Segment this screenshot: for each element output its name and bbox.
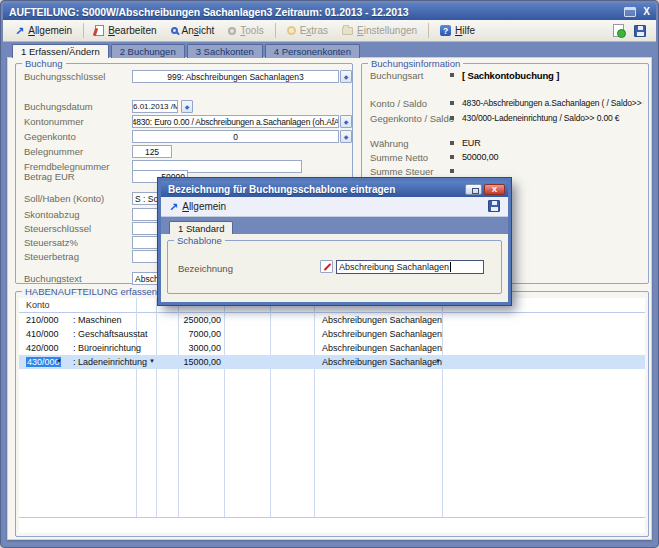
kontonummer-combo[interactable]: 4830: Euro 0.00 / Abschreibungen a.Sacha… (132, 115, 339, 128)
close-icon[interactable]: X (484, 184, 505, 195)
cell-buchungstext: Abschreibungen Sachanlagen (322, 315, 442, 325)
restore-icon[interactable] (624, 7, 636, 17)
bullet-icon (450, 141, 454, 145)
tab-personenkonten[interactable]: 4 Personenkonten (265, 44, 360, 58)
table-row[interactable]: 410/000 : Geschäftsausstat 7000,00 Absch… (19, 327, 645, 341)
window-titlebar: AUFTEILUNG: S000W/Abschreibungen Sachanl… (3, 3, 656, 20)
dialog-title: Bezeichnung für Buchungsschablone eintra… (168, 184, 395, 195)
dropdown-arrow-icon[interactable]: ▼ (435, 358, 441, 364)
combo-open-icon[interactable]: ◆ (340, 115, 352, 128)
tab-erfassen-aendern[interactable]: 1 Erfassen/Ändern (12, 44, 109, 58)
konto-saldo-value: 4830-Abschreibungen a.Sachanlagen ( / Sa… (462, 98, 644, 108)
betrag-label: Betrag EUR (24, 171, 75, 182)
window-controls: X (624, 7, 650, 17)
summe-steuer-label: Summe Steuer (370, 166, 433, 177)
tab-sachkonten[interactable]: 3 Sachkonten (187, 44, 263, 58)
menu-item-hilfe[interactable]: Hilfe (434, 23, 481, 38)
steuerschluessel-label: Steuerschlüssel (24, 223, 91, 234)
app-window: AUFTEILUNG: S000W/Abschreibungen Sachanl… (0, 0, 659, 548)
menu-item-bearbeiten[interactable]: Bearbeiten (89, 23, 162, 38)
summe-netto-value: 50000,00 (462, 152, 644, 162)
extras-icon (287, 26, 296, 35)
dialog-menubar: ↗ Allgemein (161, 197, 508, 217)
menu-item-ansicht[interactable]: Ansicht (165, 23, 221, 38)
document-check-icon[interactable] (613, 24, 624, 37)
menu-item-einstellungen: Einstellungen (336, 23, 423, 38)
dialog-content: Schablone Bezeichnung Abschreibung Sacha… (161, 234, 508, 302)
bezeichnung-input[interactable]: Abschreibung Sachanlagen (336, 260, 484, 274)
menubar: ↗ Allgemein Bearbeiten Ansicht Tools Ext… (3, 20, 656, 42)
dropdown-arrow-icon[interactable]: ▼ (149, 358, 155, 364)
menu-label: Bearbeiten (108, 25, 156, 36)
dropdown-arrow-icon[interactable]: ▼ (56, 358, 62, 364)
dialog-menu-allgemein[interactable]: ↗ Allgemein (169, 201, 226, 212)
summe-netto-label: Summe Netto (370, 152, 428, 163)
magnifier-icon (171, 27, 178, 34)
group-buchungsinformation-label: Buchungsinformation (368, 58, 463, 69)
waehrung-value: EUR (462, 138, 644, 148)
cell-name: : Ladeneinrichtung (73, 357, 147, 367)
table-bottom-divider (19, 517, 645, 518)
help-icon (440, 25, 451, 36)
combo-open-icon[interactable]: ◆ (340, 130, 352, 143)
buchungsart-label: Buchungsart (370, 70, 423, 81)
table-row-selected[interactable]: 430/000 ▼ : Ladeneinrichtung ▼ 15000,00 … (19, 355, 645, 369)
arrow-up-right-icon: ↗ (169, 202, 178, 212)
text-caret (450, 262, 451, 272)
bullet-icon (450, 155, 454, 159)
table-row[interactable]: 210/000 : Maschinen 25000,00 Abschreibun… (19, 313, 645, 327)
bullet-icon (450, 73, 454, 77)
group-habenaufteilung-label: HABENAUFTEILUNG erfassen (22, 286, 160, 297)
menu-label: Extras (300, 25, 328, 36)
kontonummer-label: Kontonummer (24, 116, 84, 127)
gegenkonto-combo[interactable]: 0 (132, 130, 339, 143)
dialog-tab-strip: 1 Standard (161, 217, 508, 234)
buchungsschluessel-label: Buchungsschlüssel (24, 71, 105, 82)
cell-konto: 410/000 (26, 329, 59, 339)
cell-name: : Geschäftsausstat (73, 329, 148, 339)
edit-page-icon (95, 25, 104, 36)
waehrung-label: Währung (370, 138, 409, 149)
menu-label: Allgemein (28, 25, 72, 36)
buchungsart-value: [ Sachkontobuchung ] (462, 70, 644, 81)
menubar-separator (428, 23, 429, 38)
tab-strip: 1 Erfassen/Ändern 2 Buchungen 3 Sachkont… (12, 44, 360, 58)
cell-netto: 25000,00 (179, 315, 221, 325)
aufteilung-table: Konto 210/000 : Maschinen 25000,00 Absch (19, 298, 645, 533)
table-row[interactable]: 420/000 : Büroeinrichtung 3000,00 Abschr… (19, 341, 645, 355)
cell-netto: 7000,00 (179, 329, 221, 339)
window-title: AUFTEILUNG: S000W/Abschreibungen Sachanl… (9, 6, 408, 18)
bullet-icon (450, 116, 454, 120)
cell-buchungstext: Abschreibungen Sachanlagen (322, 357, 442, 367)
buchungsdatum-input[interactable]: 16.01.2013 /Mi (132, 100, 178, 113)
buchungstext-label: Buchungstext (24, 273, 82, 284)
close-icon[interactable]: X (643, 7, 650, 17)
folder-icon (342, 27, 353, 35)
dialog-tab-standard[interactable]: 1 Standard (169, 221, 233, 234)
bullet-icon (450, 169, 454, 173)
combo-open-icon[interactable]: ◆ (340, 70, 352, 83)
gegenkonto-saldo-label: Gegenkonto / Saldo (370, 113, 454, 124)
menubar-separator (83, 23, 84, 38)
belegnummer-label: Belegnummer (24, 146, 83, 157)
edit-pencil-icon[interactable] (320, 260, 333, 273)
dialog-controls: X (465, 184, 505, 195)
gegenkonto-label: Gegenkonto (24, 131, 76, 142)
belegnummer-input[interactable]: 125 (132, 145, 172, 158)
toolbar-right-icons (613, 24, 650, 37)
minimize-icon[interactable] (465, 184, 482, 195)
cell-netto: 3000,00 (179, 343, 221, 353)
cell-buchungstext: Abschreibungen Sachanlagen (322, 329, 442, 339)
combo-open-icon[interactable]: ◆ (181, 100, 193, 113)
buchungsschluessel-combo[interactable]: 999: Abschreibungen Sachanlagen3 (132, 70, 339, 83)
menu-label: Einstellungen (357, 25, 417, 36)
menu-item-allgemein[interactable]: ↗ Allgemein (9, 23, 78, 38)
skontoabzug-label: Skontoabzug (24, 209, 79, 220)
bezeichnung-input-text: Abschreibung Sachanlagen (339, 262, 449, 272)
column-header-konto[interactable]: Konto (26, 300, 50, 310)
cell-netto: 15000,00 (179, 357, 221, 367)
tab-buchungen[interactable]: 2 Buchungen (111, 44, 185, 58)
save-icon[interactable] (634, 25, 646, 37)
save-icon[interactable] (488, 200, 500, 212)
steuersatz-label: Steuersatz% (24, 237, 78, 248)
